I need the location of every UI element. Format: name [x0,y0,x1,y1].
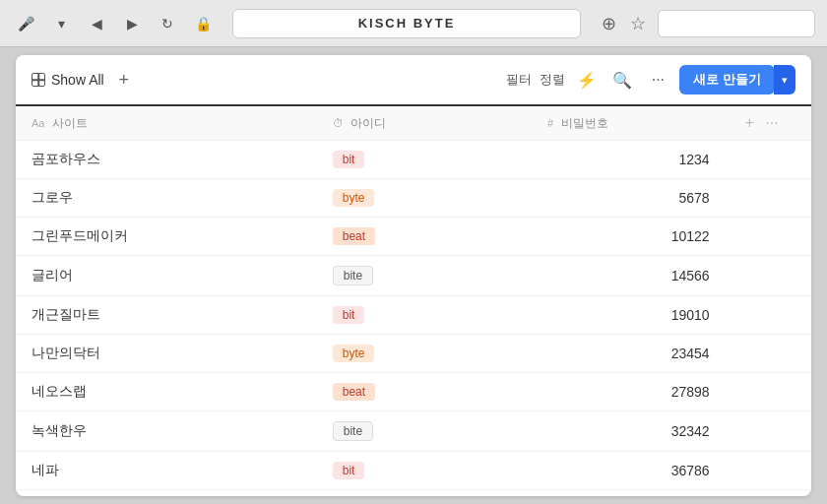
microphone-button[interactable]: 🎤 [12,10,39,37]
cell-actions [726,141,811,179]
col-id-header: ⏱ 아이디 [317,106,532,141]
lightning-button[interactable]: ⚡ [573,66,601,94]
more-columns-button[interactable]: ··· [761,114,782,132]
cell-secret: 23454 [532,335,726,373]
show-all-button[interactable]: Show All [32,72,104,88]
sort-label: 정렬 [540,71,565,89]
cell-secret: 10122 [532,218,726,256]
cell-secret: 19010 [532,296,726,335]
lock-button[interactable]: 🔒 [189,10,217,37]
new-button[interactable]: 새로 만들기 [679,65,775,94]
cell-site: 녹색한우 [16,411,317,452]
lock-icon: 🔒 [195,16,212,32]
id-badge: bit [333,462,365,479]
cell-actions [726,490,811,497]
id-badge: beat [333,227,375,245]
pin-icon[interactable]: ⊕ [597,12,620,35]
forward-icon: ▶ [127,16,138,32]
cell-actions [726,411,811,452]
table-body: 곰포하우스 bit 1234 그로우 byte 5678 그린푸드메이커 bea… [16,141,811,497]
cell-actions [726,179,811,218]
hash-icon: # [547,117,553,129]
browser-chrome: 🎤 ▾ ◀ ▶ ↻ 🔒 KISCH BYTE ⊕ ☆ [0,0,827,47]
cell-id: beat [317,373,532,411]
table-wrapper: Aa 사이트 ⏱ 아이디 # 비밀번호 + ··· [16,106,811,496]
cell-id: bite [317,411,532,452]
cell-secret: 27898 [532,373,726,411]
cell-actions [726,256,811,296]
id-badge: bite [333,266,373,285]
browser-search-input[interactable] [658,10,815,37]
id-badge: bit [333,151,365,168]
cell-site: 네파 [16,452,317,490]
cell-site: 네오스랩 [16,373,317,411]
cell-actions [726,452,811,490]
id-badge: bite [333,421,373,441]
table-row: 그로우 byte 5678 [16,179,811,218]
new-button-label: 새로 만들기 [693,71,761,89]
cell-secret: 5678 [532,179,726,218]
cell-id: beat [317,218,532,256]
star-icon[interactable]: ☆ [626,12,650,35]
cell-secret: 32342 [532,411,726,452]
data-table: Aa 사이트 ⏱ 아이디 # 비밀번호 + ··· [16,106,811,496]
table-row: 나만의닥터 byte 23454 [16,335,811,373]
browser-toolbar-icons: ⊕ ☆ [597,12,650,35]
text-icon: Aa [32,117,44,129]
cell-id: bite [317,256,532,296]
add-view-button[interactable]: + [112,68,136,92]
cell-actions [726,296,811,335]
table-row: 개근질마트 bit 19010 [16,296,811,335]
cell-id: byte [317,490,532,497]
cell-actions [726,335,811,373]
id-badge: byte [333,189,375,207]
col-site-header: Aa 사이트 [16,106,317,141]
new-button-chevron[interactable]: ▾ [774,65,795,94]
cell-site: 닥터노아 [16,490,317,497]
reload-button[interactable]: ↻ [154,10,181,37]
address-bar[interactable]: KISCH BYTE [232,9,581,38]
cell-actions [726,373,811,411]
cell-secret: 41230 [532,490,726,497]
forward-button[interactable]: ▶ [118,10,146,37]
grid-icon [32,73,45,87]
cell-secret: 14566 [532,256,726,296]
cell-id: bit [317,141,532,179]
browser-title: KISCH BYTE [358,16,456,31]
table-toolbar: Show All + 필터 정렬 ⚡ 🔍 ··· 새로 만들기 ▾ [16,55,811,106]
table-row: 닥터노아 byte 41230 [16,490,811,497]
table-header: Aa 사이트 ⏱ 아이디 # 비밀번호 + ··· [16,106,811,141]
table-row: 녹색한우 bite 32342 [16,411,811,452]
more-button[interactable]: ··· [644,66,671,94]
cell-site: 그린푸드메이커 [16,218,317,256]
cell-actions [726,218,811,256]
cell-secret: 36786 [532,452,726,490]
show-all-label: Show All [51,72,104,88]
dropdown-button[interactable]: ▾ [47,10,75,37]
cell-id: bit [317,296,532,335]
add-column-button[interactable]: + [741,114,758,132]
back-button[interactable]: ◀ [83,10,110,37]
id-badge: bit [333,306,365,324]
clock-icon: ⏱ [333,117,344,129]
search-button[interactable]: 🔍 [608,66,636,94]
cell-id: byte [317,179,532,218]
table-row: 곰포하우스 bit 1234 [16,141,811,179]
table-row: 그린푸드메이커 beat 10122 [16,218,811,256]
id-badge: byte [333,345,375,362]
reload-icon: ↻ [161,16,173,32]
main-content: Show All + 필터 정렬 ⚡ 🔍 ··· 새로 만들기 ▾ Aa [16,55,811,496]
table-row: 네파 bit 36786 [16,452,811,490]
cell-site: 곰포하우스 [16,141,317,179]
toolbar-right: 필터 정렬 ⚡ 🔍 ··· 새로 만들기 ▾ [506,65,795,94]
cell-site: 글리어 [16,256,317,296]
back-icon: ◀ [92,16,102,32]
cell-site: 나만의닥터 [16,335,317,373]
cell-id: byte [317,335,532,373]
cell-site: 그로우 [16,179,317,218]
cell-id: bit [317,452,532,490]
filter-label: 필터 [506,71,532,89]
cell-site: 개근질마트 [16,296,317,335]
table-row: 글리어 bite 14566 [16,256,811,296]
col-actions-header: + ··· [726,106,811,141]
